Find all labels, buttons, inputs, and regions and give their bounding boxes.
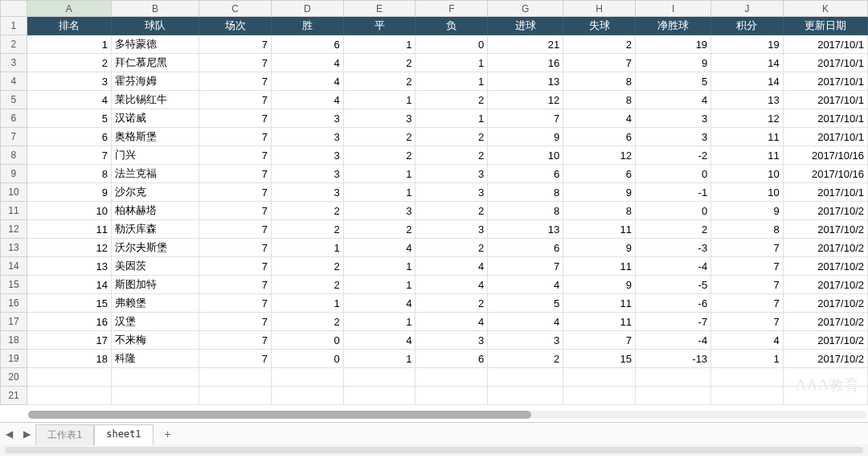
- cell-team[interactable]: 柏林赫塔: [111, 202, 199, 220]
- cell-draw[interactable]: 2: [343, 54, 416, 72]
- column-header-E[interactable]: E: [343, 1, 416, 17]
- cell-date[interactable]: 2017/10/1: [783, 109, 867, 128]
- cell-loss[interactable]: 6: [416, 350, 488, 368]
- cell-win[interactable]: 4: [272, 54, 344, 72]
- cell-date[interactable]: 2017/10/2: [783, 276, 867, 294]
- cell-ga[interactable]: 9: [563, 239, 636, 257]
- cell-loss[interactable]: 1: [416, 72, 488, 91]
- cell-win[interactable]: 2: [272, 257, 344, 276]
- cell-empty[interactable]: [711, 387, 784, 405]
- cell-empty[interactable]: [488, 387, 563, 405]
- cell-date[interactable]: 2017/10/2: [783, 220, 867, 239]
- cell-draw[interactable]: 2: [343, 146, 416, 165]
- cell-empty[interactable]: [272, 387, 344, 405]
- cell-gf[interactable]: 12: [488, 91, 563, 109]
- cell-date[interactable]: 2017/10/16: [783, 146, 867, 165]
- cell-team[interactable]: 美因茨: [111, 257, 199, 276]
- add-sheet-button[interactable]: +: [158, 428, 178, 440]
- cell-date[interactable]: 2017/10/1: [783, 91, 867, 109]
- cell-gf[interactable]: 21: [488, 35, 563, 54]
- cell-gf[interactable]: 5: [488, 294, 563, 313]
- cell-date[interactable]: 2017/10/2: [783, 239, 867, 257]
- column-header-K[interactable]: K: [783, 1, 867, 17]
- cell-team[interactable]: 科隆: [111, 350, 199, 368]
- cell-date[interactable]: 2017/10/2: [783, 294, 867, 313]
- cell-ga[interactable]: 7: [563, 331, 636, 350]
- cell-played[interactable]: 7: [199, 350, 272, 368]
- cell-pts[interactable]: 11: [711, 146, 784, 165]
- cell-date[interactable]: 2017/10/2: [783, 350, 867, 368]
- cell-rank[interactable]: 18: [27, 350, 111, 368]
- cell-gf[interactable]: 13: [488, 220, 563, 239]
- cell-date[interactable]: 2017/10/1: [783, 72, 867, 91]
- select-all-corner[interactable]: [1, 1, 27, 17]
- window-scrollbar-horizontal[interactable]: [0, 444, 868, 456]
- cell-played[interactable]: 7: [199, 91, 272, 109]
- cell-draw[interactable]: 1: [343, 313, 416, 331]
- cell-team[interactable]: 霍芬海姆: [111, 72, 199, 91]
- cell-draw[interactable]: 2: [343, 128, 416, 146]
- cell-draw[interactable]: 2: [343, 72, 416, 91]
- cell-loss[interactable]: 0: [416, 35, 488, 54]
- column-header-D[interactable]: D: [272, 1, 344, 17]
- cell-played[interactable]: 7: [199, 109, 272, 128]
- cell-team[interactable]: 弗赖堡: [111, 294, 199, 313]
- cell-date[interactable]: 2017/10/1: [783, 35, 867, 54]
- cell-gd[interactable]: -4: [636, 257, 711, 276]
- cell-gf[interactable]: 16: [488, 54, 563, 72]
- header-cell[interactable]: 负: [416, 17, 488, 35]
- row-header[interactable]: 9: [1, 165, 27, 183]
- cell-rank[interactable]: 17: [27, 331, 111, 350]
- cell-ga[interactable]: 8: [563, 72, 636, 91]
- cell-date[interactable]: 2017/10/2: [783, 313, 867, 331]
- cell-team[interactable]: 奥格斯堡: [111, 128, 199, 146]
- cell-team[interactable]: 拜仁慕尼黑: [111, 54, 199, 72]
- cell-team[interactable]: 斯图加特: [111, 276, 199, 294]
- cell-pts[interactable]: 10: [711, 183, 784, 202]
- tab-next-button[interactable]: ▶: [18, 428, 35, 440]
- cell-gf[interactable]: 9: [488, 128, 563, 146]
- cell-gf[interactable]: 7: [488, 109, 563, 128]
- cell-rank[interactable]: 1: [27, 35, 111, 54]
- cell-empty[interactable]: [563, 387, 636, 405]
- cell-gd[interactable]: -6: [636, 294, 711, 313]
- cell-empty[interactable]: [27, 368, 111, 387]
- cell-gd[interactable]: 3: [636, 128, 711, 146]
- cell-rank[interactable]: 4: [27, 91, 111, 109]
- cell-loss[interactable]: 3: [416, 165, 488, 183]
- cell-pts[interactable]: 14: [711, 54, 784, 72]
- cell-team[interactable]: 多特蒙德: [111, 35, 199, 54]
- cell-loss[interactable]: 2: [416, 91, 488, 109]
- cell-loss[interactable]: 2: [416, 294, 488, 313]
- cell-pts[interactable]: 9: [711, 202, 784, 220]
- cell-rank[interactable]: 15: [27, 294, 111, 313]
- cell-loss[interactable]: 2: [416, 202, 488, 220]
- cell-gd[interactable]: 5: [636, 72, 711, 91]
- cell-gf[interactable]: 2: [488, 350, 563, 368]
- cell-gd[interactable]: 2: [636, 220, 711, 239]
- cell-loss[interactable]: 2: [416, 239, 488, 257]
- cell-win[interactable]: 3: [272, 183, 344, 202]
- cell-empty[interactable]: [783, 387, 867, 405]
- cell-draw[interactable]: 2: [343, 220, 416, 239]
- cell-win[interactable]: 2: [272, 276, 344, 294]
- cell-empty[interactable]: [272, 368, 344, 387]
- row-header[interactable]: 20: [1, 368, 27, 387]
- cell-loss[interactable]: 3: [416, 183, 488, 202]
- cell-ga[interactable]: 9: [563, 276, 636, 294]
- cell-pts[interactable]: 1: [711, 350, 784, 368]
- cell-team[interactable]: 不来梅: [111, 331, 199, 350]
- header-cell[interactable]: 球队: [111, 17, 199, 35]
- cell-played[interactable]: 7: [199, 257, 272, 276]
- cell-pts[interactable]: 7: [711, 294, 784, 313]
- cell-team[interactable]: 沃尔夫斯堡: [111, 239, 199, 257]
- cell-ga[interactable]: 6: [563, 128, 636, 146]
- cell-played[interactable]: 7: [199, 220, 272, 239]
- column-header-H[interactable]: H: [563, 1, 636, 17]
- row-header[interactable]: 14: [1, 257, 27, 276]
- cell-pts[interactable]: 8: [711, 220, 784, 239]
- cell-played[interactable]: 7: [199, 294, 272, 313]
- header-cell[interactable]: 胜: [272, 17, 344, 35]
- cell-win[interactable]: 2: [272, 313, 344, 331]
- cell-ga[interactable]: 8: [563, 202, 636, 220]
